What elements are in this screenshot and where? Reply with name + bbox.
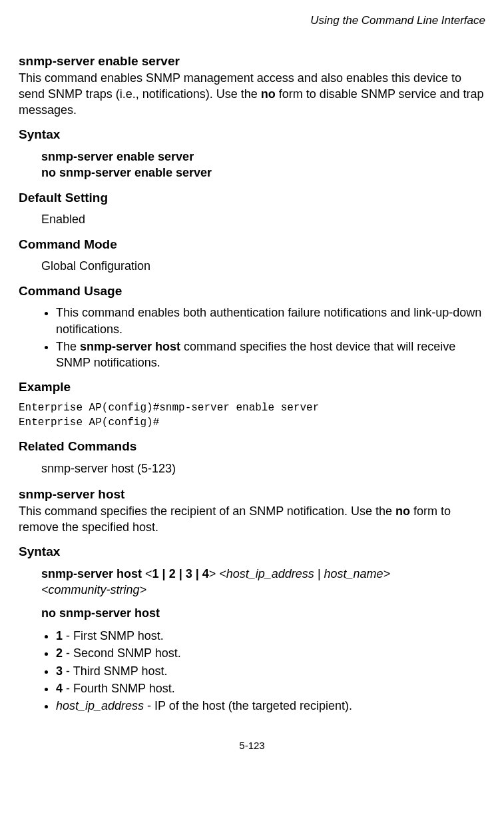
page-number: 5-123 <box>19 739 485 752</box>
syntax-block: snmp-server host <1 | 2 | 3 | 4> <host_i… <box>41 566 485 621</box>
li-bold: 3 <box>56 664 63 678</box>
command-description: This command enables SNMP management acc… <box>19 70 485 119</box>
example-heading: Example <box>19 379 485 396</box>
syntax-line: <community-string> <box>41 582 485 598</box>
list-item: 2 - Second SNMP host. <box>56 645 485 661</box>
li-text: - Third SNMP host. <box>63 664 167 678</box>
syntax-text: < <box>142 567 152 580</box>
li-text: - First SNMP host. <box>63 629 164 642</box>
li-bold: 2 <box>56 646 63 660</box>
syntax-line: no snmp-server enable server <box>41 165 485 181</box>
syntax-line: snmp-server enable server <box>41 149 485 165</box>
list-item: 1 - First SNMP host. <box>56 628 485 644</box>
example-code: Enterprise AP(config)#snmp-server enable… <box>19 401 485 430</box>
li-bold: 4 <box>56 682 63 695</box>
usage-list: This command enables both authentication… <box>44 305 485 371</box>
syntax-line: no snmp-server host <box>41 605 485 621</box>
li-bold: 1 <box>56 629 63 642</box>
param-list: 1 - First SNMP host. 2 - Second SNMP hos… <box>44 628 485 714</box>
list-item: 4 - Fourth SNMP host. <box>56 680 485 696</box>
list-item: host_ip_address - IP of the host (the ta… <box>56 698 485 714</box>
default-setting-heading: Default Setting <box>19 189 485 207</box>
desc-bold: no <box>261 87 276 101</box>
syntax-bold: 1 | 2 | 3 | 4 <box>152 567 209 580</box>
li-text: - IP of the host (the targeted recipient… <box>144 699 352 712</box>
related-command-ref: snmp-server host (5-123) <box>41 460 485 476</box>
command-title: snmp-server enable server <box>19 53 485 70</box>
syntax-text: > <box>209 567 220 580</box>
command-description: This command specifies the recipient of … <box>19 503 485 536</box>
list-item: 3 - Third SNMP host. <box>56 663 485 679</box>
li-text: The <box>56 340 80 353</box>
related-commands-heading: Related Commands <box>19 438 485 455</box>
syntax-italic: <host_ip_address | host_name> <box>219 567 390 580</box>
desc-text: This command specifies the recipient of … <box>19 504 395 518</box>
default-setting-value: Enabled <box>41 211 485 227</box>
command-mode-heading: Command Mode <box>19 236 485 253</box>
syntax-bold: snmp-server host <box>41 567 142 580</box>
command-mode-value: Global Configuration <box>41 258 485 274</box>
list-item: This command enables both authentication… <box>56 305 485 337</box>
li-italic: host_ip_address <box>56 699 144 712</box>
list-item: The snmp-server host command specifies t… <box>56 339 485 371</box>
command-title: snmp-server host <box>19 486 485 503</box>
li-bold: snmp-server host <box>80 340 180 353</box>
desc-bold: no <box>395 504 410 518</box>
li-text: - Second SNMP host. <box>63 646 181 660</box>
syntax-italic: <community-string> <box>41 583 146 596</box>
running-title: Using the Command Line Interface <box>19 13 485 29</box>
syntax-heading: Syntax <box>19 543 485 560</box>
syntax-line: snmp-server host <1 | 2 | 3 | 4> <host_i… <box>41 566 485 582</box>
syntax-block: snmp-server enable server no snmp-server… <box>41 149 485 181</box>
command-usage-heading: Command Usage <box>19 283 485 300</box>
syntax-heading: Syntax <box>19 126 485 143</box>
li-text: - Fourth SNMP host. <box>63 682 175 695</box>
